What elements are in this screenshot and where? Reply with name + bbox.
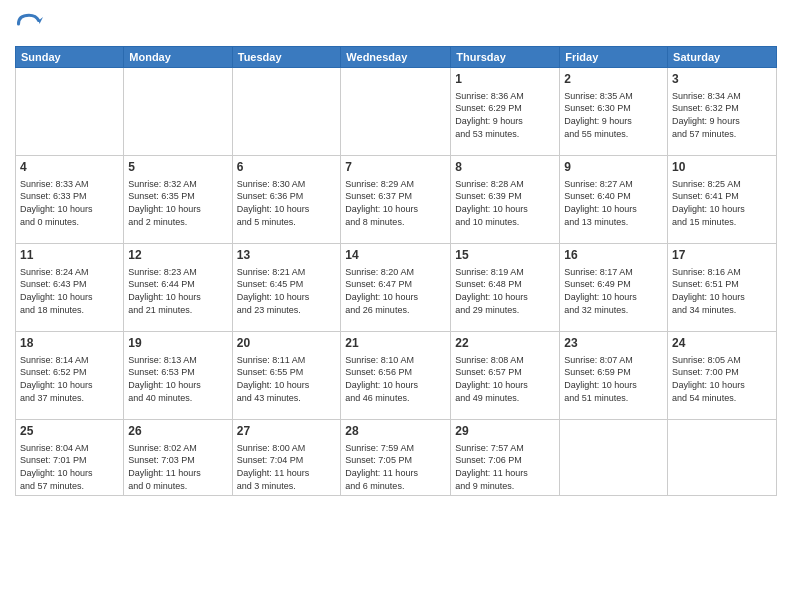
day-info: Sunrise: 8:19 AMSunset: 6:48 PMDaylight:… bbox=[455, 266, 555, 316]
calendar-cell: 12Sunrise: 8:23 AMSunset: 6:44 PMDayligh… bbox=[124, 244, 232, 332]
calendar-cell: 7Sunrise: 8:29 AMSunset: 6:37 PMDaylight… bbox=[341, 156, 451, 244]
day-number: 26 bbox=[128, 423, 227, 440]
calendar-cell bbox=[560, 420, 668, 496]
day-number: 1 bbox=[455, 71, 555, 88]
calendar-cell: 13Sunrise: 8:21 AMSunset: 6:45 PMDayligh… bbox=[232, 244, 341, 332]
logo bbox=[15, 10, 47, 38]
day-info: Sunrise: 8:33 AMSunset: 6:33 PMDaylight:… bbox=[20, 178, 119, 228]
col-header-saturday: Saturday bbox=[668, 47, 777, 68]
calendar-cell bbox=[232, 68, 341, 156]
day-number: 24 bbox=[672, 335, 772, 352]
calendar-cell: 17Sunrise: 8:16 AMSunset: 6:51 PMDayligh… bbox=[668, 244, 777, 332]
day-number: 14 bbox=[345, 247, 446, 264]
day-number: 5 bbox=[128, 159, 227, 176]
calendar-cell: 14Sunrise: 8:20 AMSunset: 6:47 PMDayligh… bbox=[341, 244, 451, 332]
calendar-cell: 5Sunrise: 8:32 AMSunset: 6:35 PMDaylight… bbox=[124, 156, 232, 244]
calendar-cell: 6Sunrise: 8:30 AMSunset: 6:36 PMDaylight… bbox=[232, 156, 341, 244]
day-info: Sunrise: 8:21 AMSunset: 6:45 PMDaylight:… bbox=[237, 266, 337, 316]
day-info: Sunrise: 8:16 AMSunset: 6:51 PMDaylight:… bbox=[672, 266, 772, 316]
day-number: 8 bbox=[455, 159, 555, 176]
day-number: 4 bbox=[20, 159, 119, 176]
day-number: 6 bbox=[237, 159, 337, 176]
week-row-2: 4Sunrise: 8:33 AMSunset: 6:33 PMDaylight… bbox=[16, 156, 777, 244]
calendar-cell: 27Sunrise: 8:00 AMSunset: 7:04 PMDayligh… bbox=[232, 420, 341, 496]
calendar-cell bbox=[668, 420, 777, 496]
calendar-cell: 24Sunrise: 8:05 AMSunset: 7:00 PMDayligh… bbox=[668, 332, 777, 420]
day-number: 22 bbox=[455, 335, 555, 352]
day-info: Sunrise: 7:59 AMSunset: 7:05 PMDaylight:… bbox=[345, 442, 446, 492]
calendar-cell bbox=[341, 68, 451, 156]
day-number: 15 bbox=[455, 247, 555, 264]
day-number: 7 bbox=[345, 159, 446, 176]
day-info: Sunrise: 8:05 AMSunset: 7:00 PMDaylight:… bbox=[672, 354, 772, 404]
calendar-cell: 26Sunrise: 8:02 AMSunset: 7:03 PMDayligh… bbox=[124, 420, 232, 496]
day-number: 11 bbox=[20, 247, 119, 264]
day-info: Sunrise: 8:29 AMSunset: 6:37 PMDaylight:… bbox=[345, 178, 446, 228]
day-info: Sunrise: 8:11 AMSunset: 6:55 PMDaylight:… bbox=[237, 354, 337, 404]
col-header-sunday: Sunday bbox=[16, 47, 124, 68]
calendar-cell: 16Sunrise: 8:17 AMSunset: 6:49 PMDayligh… bbox=[560, 244, 668, 332]
week-row-4: 18Sunrise: 8:14 AMSunset: 6:52 PMDayligh… bbox=[16, 332, 777, 420]
week-row-1: 1Sunrise: 8:36 AMSunset: 6:29 PMDaylight… bbox=[16, 68, 777, 156]
col-header-friday: Friday bbox=[560, 47, 668, 68]
day-number: 21 bbox=[345, 335, 446, 352]
col-header-monday: Monday bbox=[124, 47, 232, 68]
calendar-cell: 9Sunrise: 8:27 AMSunset: 6:40 PMDaylight… bbox=[560, 156, 668, 244]
day-info: Sunrise: 8:27 AMSunset: 6:40 PMDaylight:… bbox=[564, 178, 663, 228]
day-number: 12 bbox=[128, 247, 227, 264]
day-info: Sunrise: 8:23 AMSunset: 6:44 PMDaylight:… bbox=[128, 266, 227, 316]
calendar-cell: 22Sunrise: 8:08 AMSunset: 6:57 PMDayligh… bbox=[451, 332, 560, 420]
calendar-cell: 2Sunrise: 8:35 AMSunset: 6:30 PMDaylight… bbox=[560, 68, 668, 156]
day-number: 18 bbox=[20, 335, 119, 352]
day-number: 10 bbox=[672, 159, 772, 176]
day-number: 16 bbox=[564, 247, 663, 264]
calendar-cell: 18Sunrise: 8:14 AMSunset: 6:52 PMDayligh… bbox=[16, 332, 124, 420]
day-info: Sunrise: 8:24 AMSunset: 6:43 PMDaylight:… bbox=[20, 266, 119, 316]
day-info: Sunrise: 8:13 AMSunset: 6:53 PMDaylight:… bbox=[128, 354, 227, 404]
day-info: Sunrise: 8:30 AMSunset: 6:36 PMDaylight:… bbox=[237, 178, 337, 228]
calendar-cell: 3Sunrise: 8:34 AMSunset: 6:32 PMDaylight… bbox=[668, 68, 777, 156]
calendar-cell: 15Sunrise: 8:19 AMSunset: 6:48 PMDayligh… bbox=[451, 244, 560, 332]
day-info: Sunrise: 8:36 AMSunset: 6:29 PMDaylight:… bbox=[455, 90, 555, 140]
day-number: 23 bbox=[564, 335, 663, 352]
day-number: 9 bbox=[564, 159, 663, 176]
calendar-table: SundayMondayTuesdayWednesdayThursdayFrid… bbox=[15, 46, 777, 496]
day-info: Sunrise: 8:32 AMSunset: 6:35 PMDaylight:… bbox=[128, 178, 227, 228]
day-info: Sunrise: 8:28 AMSunset: 6:39 PMDaylight:… bbox=[455, 178, 555, 228]
day-number: 3 bbox=[672, 71, 772, 88]
day-info: Sunrise: 8:17 AMSunset: 6:49 PMDaylight:… bbox=[564, 266, 663, 316]
day-number: 13 bbox=[237, 247, 337, 264]
day-number: 17 bbox=[672, 247, 772, 264]
day-info: Sunrise: 8:25 AMSunset: 6:41 PMDaylight:… bbox=[672, 178, 772, 228]
col-header-tuesday: Tuesday bbox=[232, 47, 341, 68]
calendar-cell: 25Sunrise: 8:04 AMSunset: 7:01 PMDayligh… bbox=[16, 420, 124, 496]
day-info: Sunrise: 7:57 AMSunset: 7:06 PMDaylight:… bbox=[455, 442, 555, 492]
calendar-cell: 29Sunrise: 7:57 AMSunset: 7:06 PMDayligh… bbox=[451, 420, 560, 496]
week-row-3: 11Sunrise: 8:24 AMSunset: 6:43 PMDayligh… bbox=[16, 244, 777, 332]
calendar-cell: 8Sunrise: 8:28 AMSunset: 6:39 PMDaylight… bbox=[451, 156, 560, 244]
calendar-page: SundayMondayTuesdayWednesdayThursdayFrid… bbox=[0, 0, 792, 612]
day-info: Sunrise: 8:34 AMSunset: 6:32 PMDaylight:… bbox=[672, 90, 772, 140]
calendar-cell: 4Sunrise: 8:33 AMSunset: 6:33 PMDaylight… bbox=[16, 156, 124, 244]
day-info: Sunrise: 8:20 AMSunset: 6:47 PMDaylight:… bbox=[345, 266, 446, 316]
calendar-cell: 19Sunrise: 8:13 AMSunset: 6:53 PMDayligh… bbox=[124, 332, 232, 420]
day-info: Sunrise: 8:07 AMSunset: 6:59 PMDaylight:… bbox=[564, 354, 663, 404]
header-row: SundayMondayTuesdayWednesdayThursdayFrid… bbox=[16, 47, 777, 68]
day-info: Sunrise: 8:35 AMSunset: 6:30 PMDaylight:… bbox=[564, 90, 663, 140]
calendar-cell bbox=[124, 68, 232, 156]
day-number: 2 bbox=[564, 71, 663, 88]
day-number: 25 bbox=[20, 423, 119, 440]
logo-icon bbox=[15, 10, 43, 38]
col-header-thursday: Thursday bbox=[451, 47, 560, 68]
calendar-cell: 28Sunrise: 7:59 AMSunset: 7:05 PMDayligh… bbox=[341, 420, 451, 496]
calendar-cell: 1Sunrise: 8:36 AMSunset: 6:29 PMDaylight… bbox=[451, 68, 560, 156]
day-number: 27 bbox=[237, 423, 337, 440]
day-info: Sunrise: 8:00 AMSunset: 7:04 PMDaylight:… bbox=[237, 442, 337, 492]
day-number: 20 bbox=[237, 335, 337, 352]
calendar-cell: 10Sunrise: 8:25 AMSunset: 6:41 PMDayligh… bbox=[668, 156, 777, 244]
week-row-5: 25Sunrise: 8:04 AMSunset: 7:01 PMDayligh… bbox=[16, 420, 777, 496]
day-number: 19 bbox=[128, 335, 227, 352]
day-number: 28 bbox=[345, 423, 446, 440]
day-info: Sunrise: 8:04 AMSunset: 7:01 PMDaylight:… bbox=[20, 442, 119, 492]
calendar-cell: 11Sunrise: 8:24 AMSunset: 6:43 PMDayligh… bbox=[16, 244, 124, 332]
